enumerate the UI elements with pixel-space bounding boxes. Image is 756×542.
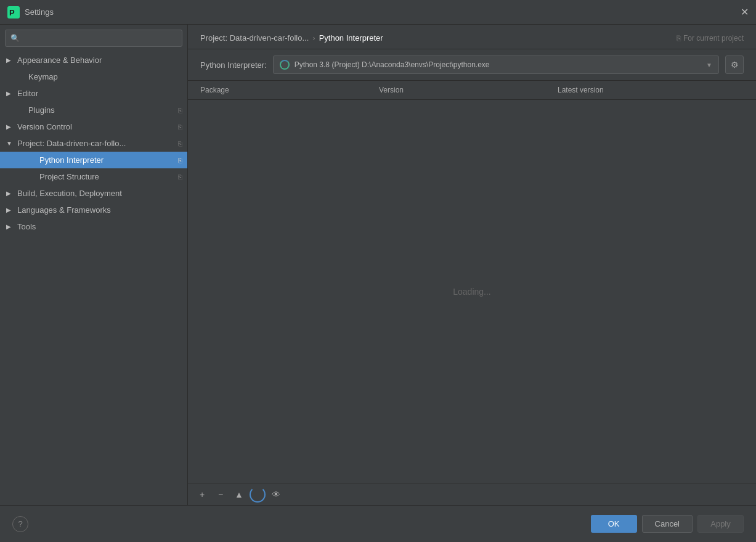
package-table: Package Version Latest version Loading..…	[188, 81, 756, 505]
column-header-version: Version	[373, 81, 551, 99]
eye-button[interactable]: 👁	[268, 487, 284, 503]
sidebar-label-project: Project: Data-driven-car-follo...	[17, 139, 126, 148]
footer-buttons: OK Cancel Apply	[591, 515, 744, 533]
expand-arrow-editor: ▶	[6, 90, 14, 97]
close-button[interactable]: ✕	[741, 7, 749, 17]
main-layout: 🔍 ▶ Appearance & Behavior ▶ Keymap ▶ Edi…	[0, 25, 756, 505]
help-button[interactable]: ?	[12, 516, 28, 532]
sidebar-item-languages[interactable]: ▶ Languages & Frameworks	[0, 202, 187, 218]
apply-button[interactable]: Apply	[697, 515, 744, 533]
dropdown-arrow-icon: ▼	[706, 62, 712, 68]
content-header: Project: Data-driven-car-follo... › Pyth…	[188, 25, 756, 49]
interpreter-label: Python Interpreter:	[200, 60, 267, 70]
breadcrumb: Project: Data-driven-car-follo... › Pyth…	[200, 33, 677, 43]
table-toolbar: + − ▲ 👁	[188, 483, 756, 505]
copy-icon-version-control: ⎘	[178, 123, 182, 131]
sidebar-item-appearance[interactable]: ▶ Appearance & Behavior	[0, 52, 187, 68]
ok-button[interactable]: OK	[591, 515, 637, 533]
interpreter-select-dropdown[interactable]: Python 3.8 (Project) D:\Anaconda3\envs\P…	[273, 55, 719, 74]
copy-icon-header: ⎘	[677, 34, 681, 43]
title-bar: P Settings ✕	[0, 0, 756, 25]
table-header: Package Version Latest version	[188, 81, 756, 100]
sidebar-item-version-control[interactable]: ▶ Version Control ⎘	[0, 118, 187, 135]
gear-icon: ⚙	[731, 60, 739, 70]
sidebar: 🔍 ▶ Appearance & Behavior ▶ Keymap ▶ Edi…	[0, 25, 188, 505]
column-header-package: Package	[194, 81, 373, 99]
eye-icon: 👁	[272, 490, 280, 499]
sidebar-item-plugins[interactable]: ▶ Plugins ⎘	[0, 102, 187, 118]
sidebar-item-build-execution[interactable]: ▶ Build, Execution, Deployment	[0, 185, 187, 202]
sidebar-item-python-interpreter[interactable]: ▶ Python Interpreter ⎘	[0, 152, 187, 168]
breadcrumb-separator: ›	[312, 33, 315, 43]
sidebar-item-project[interactable]: ▼ Project: Data-driven-car-follo... ⎘	[0, 135, 187, 152]
copy-icon-python-interpreter: ⎘	[178, 157, 182, 164]
expand-arrow-version-control: ▶	[6, 123, 14, 130]
interpreter-select-value: Python 3.8 (Project) D:\Anaconda3\envs\P…	[295, 60, 701, 69]
sidebar-label-project-structure: Project Structure	[39, 172, 99, 181]
refresh-spinner-icon	[250, 487, 266, 503]
content-panel: Project: Data-driven-car-follo... › Pyth…	[188, 25, 756, 505]
expand-arrow-tools: ▶	[6, 223, 14, 230]
loading-text: Loading...	[453, 287, 491, 297]
svg-text:P: P	[9, 8, 15, 17]
expand-arrow-project: ▼	[6, 140, 14, 147]
sidebar-label-languages: Languages & Frameworks	[17, 205, 111, 215]
expand-arrow-appearance: ▶	[6, 57, 14, 64]
sidebar-item-editor[interactable]: ▶ Editor	[0, 85, 187, 102]
search-icon: 🔍	[10, 34, 20, 43]
sidebar-label-appearance: Appearance & Behavior	[17, 55, 102, 65]
copy-icon-project-structure: ⎘	[178, 173, 182, 181]
sidebar-label-python-interpreter: Python Interpreter	[39, 155, 104, 165]
up-button[interactable]: ▲	[231, 487, 247, 503]
for-current-project: ⎘ For current project	[677, 34, 744, 43]
footer: ? OK Cancel Apply	[0, 505, 756, 542]
sidebar-label-version-control: Version Control	[17, 122, 72, 131]
sidebar-item-tools[interactable]: ▶ Tools	[0, 218, 187, 235]
copy-icon-plugins: ⎘	[178, 107, 182, 114]
sidebar-label-tools: Tools	[17, 222, 36, 231]
remove-package-button[interactable]: −	[213, 487, 229, 503]
sidebar-label-plugins: Plugins	[28, 105, 55, 115]
cancel-button[interactable]: Cancel	[642, 515, 693, 533]
refresh-button[interactable]	[250, 487, 266, 503]
sidebar-label-editor: Editor	[17, 89, 38, 98]
sidebar-label-keymap: Keymap	[28, 72, 58, 81]
up-icon: ▲	[235, 490, 243, 499]
window-title: Settings	[25, 7, 54, 17]
breadcrumb-parent: Project: Data-driven-car-follo...	[200, 33, 309, 43]
sidebar-item-keymap[interactable]: ▶ Keymap	[0, 68, 187, 85]
add-package-button[interactable]: +	[194, 487, 210, 503]
search-input[interactable]	[22, 34, 177, 43]
app-logo: P	[7, 6, 20, 18]
copy-icon-project: ⎘	[178, 140, 182, 147]
sidebar-item-project-structure[interactable]: ▶ Project Structure ⎘	[0, 168, 187, 185]
interpreter-settings-button[interactable]: ⚙	[725, 55, 744, 74]
sidebar-label-build-execution: Build, Execution, Deployment	[17, 189, 122, 198]
expand-arrow-build: ▶	[6, 190, 14, 197]
expand-arrow-languages: ▶	[6, 207, 14, 213]
search-box[interactable]: 🔍	[5, 30, 182, 47]
column-header-latest: Latest version	[551, 81, 750, 99]
table-body: Loading...	[188, 100, 756, 483]
python-spinner-icon	[280, 60, 290, 70]
breadcrumb-current: Python Interpreter	[319, 33, 383, 43]
interpreter-row: Python Interpreter: Python 3.8 (Project)…	[188, 49, 756, 81]
